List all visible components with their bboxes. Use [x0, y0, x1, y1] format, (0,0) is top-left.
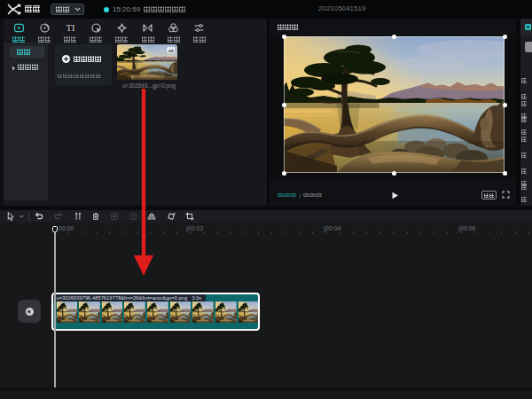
svg-text:TI: TI [66, 23, 74, 33]
